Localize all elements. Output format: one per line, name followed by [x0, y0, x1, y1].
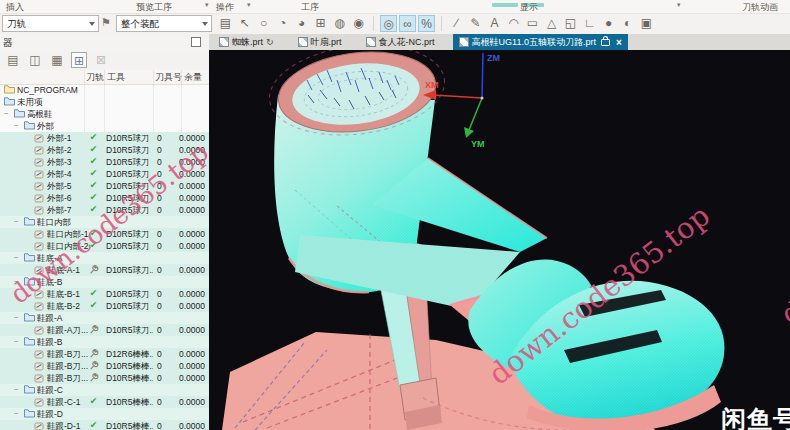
rectangle-icon[interactable]: ▭: [524, 15, 541, 32]
expander-icon[interactable]: −: [14, 336, 19, 348]
tab-part-1[interactable]: 叶扇.prt: [292, 34, 348, 50]
table-row[interactable]: − 外部: [0, 120, 209, 132]
table-row[interactable]: 鞋底-B-2 ✔ D10R5球刀 0 0.0000: [0, 300, 209, 312]
corner-icon[interactable]: ◱: [562, 15, 579, 32]
table-row[interactable]: − 鞋跟-B: [0, 336, 209, 348]
table-row[interactable]: 外部-1 ✔ D10R5球刀 0 0.0000: [0, 132, 209, 144]
axis-label-y: YM: [471, 139, 485, 149]
table-row[interactable]: 外部-3 ✔ D10R5球刀 0 0.0000: [0, 156, 209, 168]
column-stock[interactable]: 余量: [184, 71, 202, 84]
node-icon: [34, 289, 44, 299]
angle-icon[interactable]: ∟: [581, 15, 598, 32]
expander-icon[interactable]: −: [4, 108, 9, 120]
node-label: NC_PROGRAM: [17, 84, 78, 96]
nav-copy-icon[interactable]: ◫: [27, 52, 43, 68]
sphere-icon[interactable]: ●: [600, 15, 617, 32]
table-row[interactable]: 鞋底-A-1 D10R5球刀... 0 0.0000: [0, 264, 209, 276]
polygon-icon[interactable]: △: [543, 15, 560, 32]
node-icon: [24, 277, 35, 286]
nav-delete-icon[interactable]: ⊠: [93, 52, 109, 68]
text-tool-icon[interactable]: A: [486, 15, 503, 32]
table-row[interactable]: 鞋跟-B刀... D12R6棒棒... 0 0.0000: [0, 348, 209, 360]
table-row[interactable]: 鞋跟-B刀... D10R5棒棒... 0 0.0000: [0, 372, 209, 384]
navigator-title: 器: [3, 36, 13, 50]
sphere-three-quarter-icon[interactable]: ◕: [293, 15, 310, 32]
table-row[interactable]: 外部-6 ✔ D10R5球刀 0 0.0000: [0, 192, 209, 204]
column-toolpath[interactable]: 刀轨: [86, 71, 104, 84]
nav-create-icon[interactable]: ⊞: [71, 52, 87, 68]
toolpath-combo[interactable]: 刀轨: [2, 15, 99, 32]
table-row[interactable]: 鞋底-B-1 ✔ D10R5球刀 0 0.0000: [0, 288, 209, 300]
table-row[interactable]: − 鞋跟-C: [0, 384, 209, 396]
chevron-down-icon[interactable]: ▾: [247, 1, 251, 9]
table-row[interactable]: 鞋跟-D-1 ✔ D10R5棒棒... 0 0.0000: [0, 420, 209, 430]
table-row[interactable]: − 鞋底-A: [0, 252, 209, 264]
tool-cell: D10R5球刀: [106, 240, 153, 252]
column-tool[interactable]: 工具: [107, 71, 125, 84]
expander-icon[interactable]: −: [14, 384, 19, 396]
chevron-down-icon[interactable]: ▾: [677, 1, 681, 9]
view-manager-icon[interactable]: ▤: [217, 15, 234, 32]
nav-batch-icon[interactable]: ▦: [49, 52, 65, 68]
table-row[interactable]: − 鞋跟-A: [0, 312, 209, 324]
table-row[interactable]: 鞋跟-C-1 ✔ D10R5棒棒... 0 0.0000: [0, 396, 209, 408]
expander-icon[interactable]: −: [14, 252, 19, 264]
tool-cell: D10R5球刀: [106, 168, 153, 180]
nav-export-icon[interactable]: ▤: [5, 52, 21, 68]
mcs-display-icon[interactable]: ◎: [380, 15, 397, 32]
table-row[interactable]: 未用项: [0, 96, 209, 108]
node-icon: [34, 361, 44, 371]
arc-icon[interactable]: ◠: [505, 15, 522, 32]
reload-icon[interactable]: ↻: [266, 37, 274, 47]
sphere-quarter-icon[interactable]: ◔: [274, 15, 291, 32]
node-icon: [4, 85, 15, 94]
tab-part-2[interactable]: 食人花-NC.prt: [360, 34, 441, 50]
slash-icon[interactable]: ∕: [448, 15, 465, 32]
stock-cell: 0.0000: [166, 204, 205, 216]
viewport-3d[interactable]: XM YM ZM down.code365.top down.code365.t…: [209, 50, 790, 430]
select-arrow-icon[interactable]: ↖: [236, 15, 253, 32]
expander-icon[interactable]: −: [14, 312, 19, 324]
status-icon: ✔: [85, 228, 102, 238]
percent-icon[interactable]: %: [418, 15, 435, 32]
table-row[interactable]: 外部-5 ✔ D10R5球刀 0 0.0000: [0, 180, 209, 192]
tool-cell: D10R5球刀...: [106, 324, 153, 336]
table-row[interactable]: − 高根鞋: [0, 108, 209, 120]
tab-label: 高根鞋UG11.0五轴联动刀路.prt: [472, 36, 596, 49]
table-row[interactable]: − 鞋跟-D: [0, 408, 209, 420]
solid-wire-icon[interactable]: ◉: [350, 15, 367, 32]
circle-icon[interactable]: ○: [255, 15, 272, 32]
glasses-view-icon[interactable]: ∞: [399, 15, 416, 32]
table-row[interactable]: NC_PROGRAM: [0, 84, 209, 96]
pencil-icon[interactable]: ✎: [467, 15, 484, 32]
table-row[interactable]: 外部-7 ✔ D10R5球刀 0 0.0000: [0, 204, 209, 216]
table-row[interactable]: 外部-4 ✔ D10R5球刀 0 0.0000: [0, 168, 209, 180]
node-label: 高根鞋: [27, 108, 53, 120]
flag-icon[interactable]: ⚑: [101, 16, 111, 29]
table-row[interactable]: 鞋口内部-1 ✔ D10R5球刀 0 0.0000: [0, 228, 209, 240]
table-row[interactable]: − 鞋口内部: [0, 216, 209, 228]
tab-part-0[interactable]: 蜘蛛.prt↻: [213, 34, 280, 50]
stock-cell: 0.0000: [166, 348, 205, 360]
expander-icon[interactable]: −: [14, 216, 19, 228]
expander-icon[interactable]: −: [14, 408, 19, 420]
table-row[interactable]: 外部-2 ✔ D10R5球刀 0 0.0000: [0, 144, 209, 156]
tab-part-3[interactable]: 高根鞋UG11.0五轴联动刀路.prt×: [453, 34, 628, 50]
assembly-combo[interactable]: 整个装配: [116, 15, 212, 32]
tab-label: 叶扇.prt: [311, 36, 342, 49]
column-toolnumber[interactable]: 刀具号: [155, 71, 182, 84]
table-row[interactable]: 鞋跟-B刀... D10R5棒棒... 0 0.0000: [0, 360, 209, 372]
expander-icon[interactable]: −: [14, 120, 19, 132]
node-label: 鞋口内部-2: [47, 240, 89, 252]
table-row[interactable]: 鞋口内部-2 ✔ D10R5球刀 0 0.0000: [0, 240, 209, 252]
close-icon[interactable]: ×: [616, 37, 622, 48]
expander-icon[interactable]: −: [14, 276, 19, 288]
chevron-down-icon[interactable]: ▾: [205, 1, 209, 9]
table-row[interactable]: − 鞋底-B: [0, 276, 209, 288]
table-row[interactable]: 鞋跟-A刀... D10R5球刀... 0 0.0000: [0, 324, 209, 336]
float-panel-icon[interactable]: [191, 37, 201, 47]
solid-shaded-icon[interactable]: ◍: [331, 15, 348, 32]
hemisphere-icon[interactable]: ◐: [619, 15, 636, 32]
block-icon[interactable]: ▣: [638, 15, 655, 32]
create-block-icon[interactable]: ⊞: [312, 15, 329, 32]
